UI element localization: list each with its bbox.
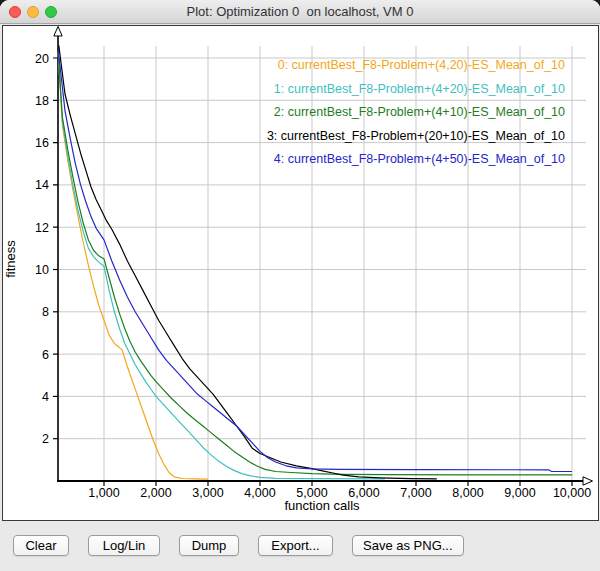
y-tick-label: 20 xyxy=(35,52,49,66)
plot-canvas: 24681012141618201,0002,0003,0004,0005,00… xyxy=(3,26,598,520)
y-axis-arrow-icon xyxy=(54,27,62,37)
plot-window: Plot: Optimization 0 on localhost, VM 0 … xyxy=(0,0,600,571)
y-tick-label: 10 xyxy=(35,263,49,277)
x-tick-label: 7,000 xyxy=(400,486,431,500)
y-tick-label: 14 xyxy=(35,178,49,192)
x-tick-label: 2,000 xyxy=(140,486,171,500)
legend-entry-0: 0: currentBest_F8-Problem+(4,20)-ES_Mean… xyxy=(278,58,565,72)
log-lin-button[interactable]: Log/Lin xyxy=(88,535,160,556)
title-bar[interactable]: Plot: Optimization 0 on localhost, VM 0 xyxy=(0,0,600,24)
export-button[interactable]: Export... xyxy=(258,535,333,556)
traffic-lights xyxy=(9,6,57,18)
zoom-button[interactable] xyxy=(45,6,57,18)
y-tick-label: 6 xyxy=(42,348,49,362)
plot-panel: 24681012141618201,0002,0003,0004,0005,00… xyxy=(2,25,599,521)
y-axis-title: fitness xyxy=(3,240,18,278)
y-tick-label: 12 xyxy=(35,221,49,235)
series-line-0 xyxy=(58,52,208,479)
x-tick-label: 9,000 xyxy=(504,486,535,500)
plot-toolbar: Clear Log/Lin Dump Export... Save as PNG… xyxy=(13,535,464,556)
x-tick-label: 1,000 xyxy=(88,486,119,500)
x-tick-label: 8,000 xyxy=(452,486,483,500)
x-axis-title: function calls xyxy=(284,498,360,513)
y-tick-label: 16 xyxy=(35,136,49,150)
x-tick-label: 10,000 xyxy=(553,486,591,500)
legend-entry-2: 2: currentBest_F8-Problem+(4+10)-ES_Mean… xyxy=(274,105,565,119)
y-tick-label: 18 xyxy=(35,94,49,108)
legend-entry-1: 1: currentBest_F8-Problem+(4+20)-ES_Mean… xyxy=(274,82,565,96)
legend-entry-4: 4: currentBest_F8-Problem+(4+50)-ES_Mean… xyxy=(274,152,565,166)
x-axis-arrow-icon xyxy=(583,477,593,485)
y-tick-label: 2 xyxy=(42,432,49,446)
y-tick-label: 4 xyxy=(42,390,49,404)
y-tick-label: 8 xyxy=(42,305,49,319)
clear-button[interactable]: Clear xyxy=(13,535,69,556)
dump-button[interactable]: Dump xyxy=(179,535,239,556)
window-title: Plot: Optimization 0 on localhost, VM 0 xyxy=(0,0,600,23)
close-button[interactable] xyxy=(9,6,21,18)
save-as-png-button[interactable]: Save as PNG... xyxy=(352,535,464,556)
legend-entry-3: 3: currentBest_F8-Problem+(20+10)-ES_Mea… xyxy=(267,129,565,143)
minimize-button[interactable] xyxy=(27,6,39,18)
x-tick-label: 3,000 xyxy=(192,486,223,500)
x-tick-label: 4,000 xyxy=(244,486,275,500)
